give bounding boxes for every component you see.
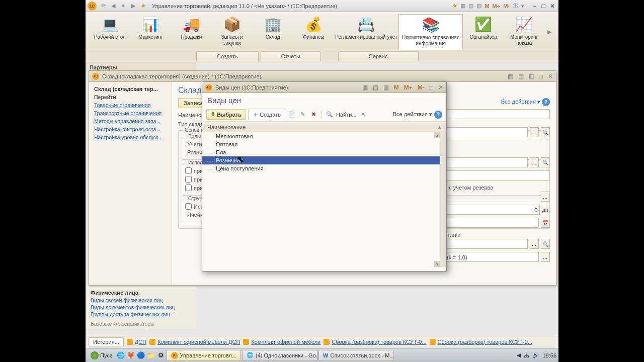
maximize-button[interactable]: □	[539, 3, 547, 10]
tray-expand-icon[interactable]: ◀	[517, 352, 521, 358]
days-input[interactable]: 0	[444, 205, 540, 215]
scroll-down-icon[interactable]: ▾	[434, 261, 440, 267]
nav-monitoring[interactable]: 📈Мониторинг показа	[504, 14, 544, 50]
drop-icon[interactable]: ▾	[521, 3, 524, 9]
refresh-icon[interactable]: ⟳	[99, 2, 108, 11]
nav-link-service-level[interactable]: Настройка уровня обслуж...	[89, 133, 172, 141]
info-icon[interactable]: ⓘ	[513, 2, 518, 10]
calc-icon[interactable]: ▦	[460, 3, 465, 9]
cal-icon[interactable]: ▥	[476, 3, 481, 9]
right-input-3[interactable]	[444, 157, 528, 167]
forward-icon[interactable]: ▶	[129, 2, 138, 11]
cmd-reports-tab[interactable]: Отчеты	[261, 51, 321, 61]
clear-find-icon[interactable]: ⨯	[359, 110, 368, 119]
cmd-service-tab[interactable]: Сервис	[338, 51, 419, 61]
iw-tool2-icon[interactable]: ▤	[518, 73, 524, 80]
tray-volume-icon[interactable]: 🔊	[532, 352, 539, 358]
copy-icon[interactable]: 📄	[287, 110, 296, 119]
doc-tab[interactable]: ДСП	[127, 339, 146, 345]
sort-icon[interactable]: ▴	[438, 124, 441, 130]
nav-regaccount[interactable]: 📇Регламентированный учет	[334, 14, 398, 50]
lb-link-1[interactable]: Виды связей физических лиц	[91, 297, 191, 304]
minimize-button[interactable]: −	[530, 3, 538, 10]
find-link[interactable]: Найти...	[336, 112, 357, 118]
ql-media-icon[interactable]: 🔵	[136, 351, 145, 360]
iw-tool3-icon[interactable]: ▥	[529, 73, 534, 80]
chk-use-2[interactable]	[185, 176, 192, 183]
more-icon-2[interactable]: …	[530, 157, 539, 167]
nav-reference[interactable]: 📚Нормативно-справочная информация	[398, 14, 463, 50]
help-icon[interactable]: ?	[542, 98, 550, 106]
m-marker[interactable]: M	[485, 3, 489, 9]
task-browser[interactable]: 🌐(4) Одноклассники - Go...	[242, 350, 317, 361]
list-row[interactable]: —Оптовая	[202, 140, 440, 148]
search-icon-3[interactable]: 🔍	[541, 239, 550, 249]
lb-link-3[interactable]: Группы доступа физических лиц	[91, 311, 191, 318]
dlg-mm-marker[interactable]: M-	[418, 84, 425, 91]
doc-tab[interactable]: Сборка (разборка) товаров КСУТ-0...	[324, 339, 426, 345]
task-1c[interactable]: 1CУправление торговл...	[167, 350, 241, 361]
nav-more-icon[interactable]: ▶	[544, 14, 554, 50]
all-actions-link[interactable]: Все действия ▾ ?	[444, 98, 550, 106]
search-icon[interactable]: 🔍	[541, 127, 550, 137]
dlg-mp-marker[interactable]: M+	[404, 84, 413, 91]
dlg-all-actions[interactable]: Все действия ▾	[393, 111, 432, 118]
nav-link-stock-methods[interactable]: Методы управления запа...	[89, 117, 172, 125]
nav-warehouse[interactable]: 🏢Склад	[253, 14, 293, 50]
m-plus-marker[interactable]: M+	[493, 3, 501, 9]
chk-use-3[interactable]	[185, 185, 192, 191]
chk-use-1[interactable]	[185, 167, 192, 174]
ql-explorer-icon[interactable]: 📁	[146, 351, 155, 360]
history-tab[interactable]: История...	[89, 337, 124, 346]
calendar-icon[interactable]: 📅	[541, 218, 550, 228]
doc-tab[interactable]: Комплект офисной мебели	[243, 339, 320, 345]
dlg-tool3-icon[interactable]: ▥	[383, 84, 389, 91]
more-icon-5[interactable]: …	[541, 252, 550, 262]
more-icon-4[interactable]: …	[530, 239, 539, 249]
ql-firefox-icon[interactable]: 🦊	[126, 351, 135, 360]
more-icon-3[interactable]: …	[541, 192, 550, 202]
dlg-tool1-icon[interactable]: ▦	[362, 84, 368, 91]
lb-link-2[interactable]: Виды документов физических лиц	[91, 304, 191, 311]
start-button[interactable]: Пуск	[88, 350, 115, 361]
dlg-help-icon[interactable]: ?	[434, 111, 442, 119]
coef-input[interactable]: (k = 1.0)	[444, 252, 539, 262]
nav-finance[interactable]: 💰Финансы	[293, 14, 334, 50]
doc-tab[interactable]: Сборка (разборка) товаров КСУТ-0...	[430, 339, 532, 345]
star-icon[interactable]: ★	[452, 3, 457, 9]
dropdown-icon[interactable]: ▾	[119, 2, 128, 11]
delete-icon[interactable]: ✖	[309, 110, 318, 119]
nav-organizer[interactable]: ✅Органайзер	[463, 14, 504, 50]
nav-stock[interactable]: 📦Запасы и закупки	[212, 14, 253, 50]
ql-app-icon[interactable]: ⚙	[156, 351, 166, 360]
back-icon[interactable]: ◀	[109, 2, 118, 11]
edit-icon[interactable]: ✎	[298, 110, 307, 119]
iw-maximize-button[interactable]: □	[539, 73, 543, 80]
chk-struct[interactable]	[185, 203, 192, 210]
dialog-column-header[interactable]: Наименование ▴	[202, 122, 446, 132]
right-input-1[interactable]	[444, 109, 550, 119]
right-input-5[interactable]	[444, 218, 539, 228]
more-icon[interactable]: …	[530, 127, 539, 137]
list-row[interactable]: —Мелкооптовая	[202, 132, 440, 140]
list-row[interactable]: —Пла	[202, 148, 440, 156]
close-button[interactable]: ✕	[548, 3, 556, 10]
ql-chrome-icon[interactable]: 🌐	[116, 351, 125, 360]
right-input-4[interactable]	[444, 170, 550, 180]
nav-link-control-setup[interactable]: Настройка контроля оста...	[89, 125, 172, 133]
nav-link-transport-limits[interactable]: Транспортные ограничения	[89, 109, 172, 117]
find-icon[interactable]: 🔍	[325, 110, 334, 119]
nav-sales[interactable]: 🚚Продажи	[171, 14, 212, 50]
scroll-up-icon[interactable]: ▴	[434, 132, 440, 138]
search-icon-2[interactable]: 🔍	[541, 157, 550, 167]
list-row-selected[interactable]: —Розничная	[202, 156, 440, 164]
right-input-2[interactable]	[444, 127, 528, 137]
dlg-maximize-button[interactable]: □	[430, 84, 433, 91]
nav-marketing[interactable]: 📊Маркетинг	[130, 14, 171, 50]
grid-icon[interactable]: ▤	[468, 3, 473, 9]
dlg-close-button[interactable]: ✕	[438, 84, 443, 91]
nav-desktop[interactable]: 💻Рабочий стол	[90, 14, 130, 50]
select-button[interactable]: ⬇Выбрать	[206, 109, 246, 120]
right-input-6[interactable]	[444, 239, 528, 249]
dlg-m-marker[interactable]: M	[394, 84, 399, 91]
